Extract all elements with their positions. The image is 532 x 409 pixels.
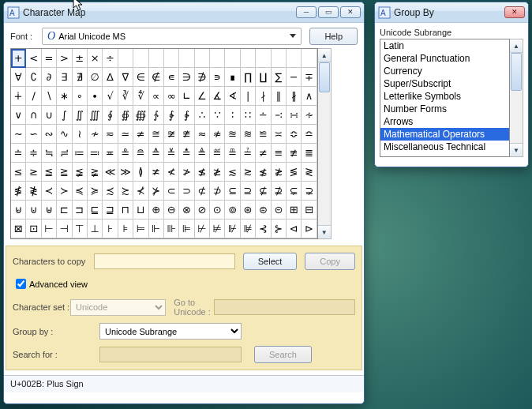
character-cell[interactable]: ≱ [210,163,225,182]
character-cell[interactable] [256,49,271,68]
character-cell[interactable]: ∭ [88,106,103,125]
character-cell[interactable]: ≳ [241,163,256,182]
character-cell[interactable]: ⊦ [103,220,118,238]
character-cell[interactable]: ≍ [272,125,287,144]
scroll-down-button[interactable]: ▼ [318,225,331,238]
character-cell[interactable]: ≧ [57,163,72,182]
character-cell[interactable]: ≈ [195,125,210,144]
character-cell[interactable]: ± [73,49,88,68]
character-cell[interactable]: ⊎ [42,201,57,220]
character-cell[interactable] [287,49,302,68]
character-cell[interactable]: ⊁ [149,182,164,201]
character-cell[interactable]: ∇ [118,68,133,87]
character-cell[interactable]: ≴ [256,163,271,182]
character-cell[interactable]: ≞ [225,144,240,163]
character-cell[interactable]: ⊐ [73,201,88,220]
character-cell[interactable]: ⊱ [272,220,287,238]
character-cell[interactable]: ⊩ [149,220,164,238]
character-cell[interactable]: ≪ [103,163,118,182]
character-cell[interactable] [164,49,179,68]
character-cell[interactable]: ≡ [272,144,287,163]
list-item[interactable]: Number Forms [380,103,509,115]
character-cell[interactable]: ⊌ [11,201,26,220]
character-cell[interactable]: ≫ [118,163,133,182]
character-cell[interactable]: ⊳ [302,220,317,238]
character-cell[interactable]: ≀ [73,125,88,144]
font-select[interactable]: O Arial Unicode MS [42,28,302,45]
character-cell[interactable]: ≜ [195,144,210,163]
character-cell[interactable]: ≐ [11,144,26,163]
character-cell[interactable]: ∫ [57,106,72,125]
close-button[interactable]: ✕ [504,6,525,18]
character-cell[interactable]: ≎ [287,125,302,144]
list-item[interactable]: Mathematical Operators [380,128,509,141]
character-cell[interactable]: ∅ [88,68,103,87]
character-cell[interactable]: ≊ [225,125,240,144]
character-cell[interactable]: ∣ [241,87,256,106]
character-cell[interactable]: ∽ [26,125,41,144]
character-cell[interactable]: ⊬ [195,220,210,238]
character-cell[interactable]: ≢ [287,144,302,163]
character-cell[interactable]: ∷ [241,106,256,125]
list-item[interactable]: Letterlike Symbols [380,90,509,103]
character-cell[interactable]: ∈ [133,68,148,87]
character-cell[interactable]: ∍ [210,68,225,87]
character-cell[interactable]: ≥ [26,163,41,182]
character-cell[interactable]: ≲ [225,163,240,182]
character-cell[interactable]: ⊀ [133,182,148,201]
character-cell[interactable]: ∓ [302,68,317,87]
character-cell[interactable]: ⊫ [179,220,194,238]
character-cell[interactable]: ≼ [73,182,88,201]
character-cell[interactable]: ∮ [103,106,118,125]
character-cell[interactable]: ⊣ [57,220,72,238]
character-cell[interactable]: ≕ [88,144,103,163]
character-cell[interactable]: ∛ [118,87,133,106]
character-cell[interactable]: ∋ [179,68,194,87]
character-cell[interactable]: ⊟ [302,201,317,220]
close-button[interactable]: ✕ [340,6,361,18]
character-cell[interactable] [272,49,287,68]
character-cell[interactable]: ⊕ [149,201,164,220]
groupby-select[interactable]: Unicode Subrange [99,323,242,340]
character-cell[interactable]: Δ [103,68,118,87]
character-cell[interactable]: ∵ [210,106,225,125]
character-cell[interactable]: ∧ [302,87,317,106]
character-cell[interactable]: ∿ [57,125,72,144]
character-cell[interactable]: ≏ [302,125,317,144]
character-cell[interactable]: ≛ [179,144,194,163]
character-cell[interactable]: ⊖ [164,201,179,220]
character-cell[interactable]: ≠ [256,144,271,163]
character-cell[interactable]: ≺ [42,182,57,201]
character-cell[interactable]: ≨ [73,163,88,182]
character-cell[interactable]: √ [103,87,118,106]
copy-button[interactable]: Copy [305,253,355,270]
character-cell[interactable]: ⊑ [88,201,103,220]
character-cell[interactable]: ⊠ [11,220,26,238]
scroll-track[interactable] [510,53,523,143]
character-cell[interactable]: > [57,49,72,68]
character-cell[interactable]: ≗ [118,144,133,163]
character-cell[interactable]: ∀ [11,68,26,87]
character-cell[interactable]: ≋ [241,125,256,144]
scroll-thumb[interactable] [319,62,330,92]
character-cell[interactable]: ∪ [42,106,57,125]
character-cell[interactable]: ⊜ [256,201,271,220]
minimize-button[interactable]: ─ [296,6,317,18]
character-cell[interactable]: ⊓ [118,201,133,220]
character-cell[interactable]: ⊋ [302,182,317,201]
character-cell[interactable]: ⊧ [118,220,133,238]
character-cell[interactable]: ∉ [149,68,164,87]
character-cell[interactable]: ⊗ [179,201,194,220]
scroll-thumb[interactable] [511,53,522,91]
character-cell[interactable] [302,49,317,68]
character-cell[interactable]: ⊊ [287,182,302,201]
search-input[interactable] [99,347,242,362]
character-cell[interactable]: ⊞ [287,201,302,220]
character-cell[interactable]: ∂ [42,68,57,87]
list-item[interactable]: Super/Subscript [380,77,509,90]
character-cell[interactable]: ∯ [118,106,133,125]
character-cell[interactable]: − [287,68,302,87]
character-cell[interactable]: ≆ [164,125,179,144]
list-item[interactable]: Currency [380,65,509,77]
character-cell[interactable] [195,49,210,68]
